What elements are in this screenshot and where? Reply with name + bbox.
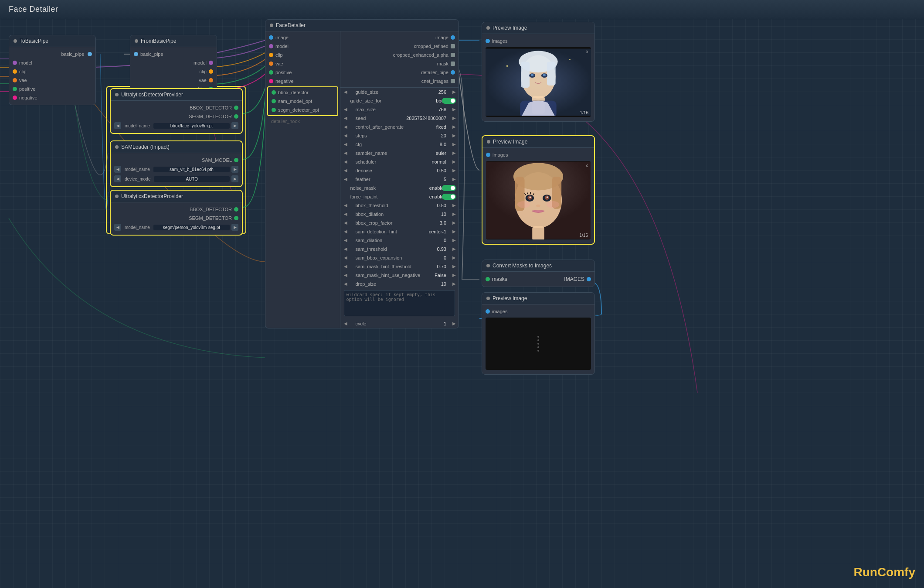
device-mode-next-btn[interactable]: ▶ bbox=[231, 175, 238, 182]
fd-negative-in: negative bbox=[265, 77, 340, 85]
sam-mask-hint-threshold-value: 0.70 bbox=[420, 264, 455, 269]
node-preview-2-body: images bbox=[482, 148, 594, 244]
preview-1-close-btn[interactable]: x bbox=[586, 49, 589, 54]
bbox-threshold-inc[interactable]: ▶ bbox=[452, 203, 456, 208]
sam-model-prev-btn[interactable]: ◀ bbox=[114, 166, 121, 173]
denoise-dec[interactable]: ◀ bbox=[344, 168, 347, 173]
vae-input-label: vae bbox=[17, 78, 27, 83]
fd-clip-connector bbox=[269, 53, 273, 57]
control-after-inc[interactable]: ▶ bbox=[452, 124, 456, 129]
watermark: RunComfy bbox=[853, 565, 915, 579]
device-mode-prev-btn[interactable]: ◀ bbox=[114, 175, 121, 182]
param-drop-size: ◀ drop_size 10 ▶ bbox=[340, 280, 459, 288]
bbox-detector-connector-2 bbox=[234, 207, 238, 212]
node-preview-1-title: Preview Image bbox=[493, 25, 527, 31]
drop-size-dec[interactable]: ◀ bbox=[344, 281, 347, 286]
node-ultralytics-1-body: BBOX_DETECTOR SEGM_DETECTOR ◀ model_name… bbox=[111, 101, 242, 133]
sampler-inc[interactable]: ▶ bbox=[452, 150, 456, 155]
fd-sam-in: sam_model_opt bbox=[268, 97, 337, 106]
sam-dilation-dec[interactable]: ◀ bbox=[344, 238, 347, 243]
sam-detection-inc[interactable]: ▶ bbox=[452, 229, 456, 234]
force-inpaint-toggle[interactable] bbox=[442, 194, 456, 200]
sam-mask-hint-inc[interactable]: ▶ bbox=[452, 264, 456, 269]
bbox-detector-out: BBOX_DETECTOR bbox=[111, 103, 242, 112]
guide-size-label: guide_size bbox=[349, 89, 420, 95]
seed-inc[interactable]: ▶ bbox=[452, 116, 456, 120]
scheduler-inc[interactable]: ▶ bbox=[452, 159, 456, 164]
basic-pipe-input-connector bbox=[134, 52, 138, 56]
denoise-inc[interactable]: ▶ bbox=[452, 168, 456, 173]
guide-size-for-toggle[interactable] bbox=[442, 98, 456, 104]
node-ultralytics-2-header: UltralyticsDetectorProvider bbox=[111, 191, 242, 202]
model-name-next-btn-2[interactable]: ▶ bbox=[231, 224, 238, 231]
clip-input-connector bbox=[13, 69, 17, 74]
guide-size-dec[interactable]: ◀ bbox=[344, 89, 347, 94]
bbox-crop-dec[interactable]: ◀ bbox=[344, 220, 347, 225]
sam-model-out: SAM_MODEL bbox=[111, 156, 242, 164]
sampler-label: sampler_name bbox=[349, 150, 420, 156]
vae-input-connector bbox=[13, 78, 17, 82]
param-sam-bbox-expansion: ◀ sam_bbox_expansion 0 ▶ bbox=[340, 253, 459, 262]
fd-cnet-images-label: cnet_images bbox=[421, 79, 451, 84]
model-name-prev-btn[interactable]: ◀ bbox=[114, 122, 121, 129]
max-size-inc[interactable]: ▶ bbox=[452, 107, 456, 112]
sam-mask-hint-neg-dec[interactable]: ◀ bbox=[344, 273, 347, 277]
images-output-label: IMAGES bbox=[564, 276, 587, 282]
model-name-label-2: model_name bbox=[123, 225, 152, 230]
sam-detection-dec[interactable]: ◀ bbox=[344, 229, 347, 234]
bbox-dilation-inc[interactable]: ▶ bbox=[452, 212, 456, 216]
model-name-next-btn[interactable]: ▶ bbox=[231, 122, 238, 129]
node-sam-loader-body: SAM_MODEL ◀ model_name sam_vit_b_01ec64.… bbox=[111, 153, 242, 186]
model-name-prev-btn-2[interactable]: ◀ bbox=[114, 224, 121, 231]
wildcard-input[interactable] bbox=[344, 290, 455, 316]
guide-size-inc[interactable]: ▶ bbox=[452, 89, 456, 94]
feather-inc[interactable]: ▶ bbox=[452, 177, 456, 181]
face-detailer-content: image model clip vae positive bbox=[265, 31, 459, 328]
drop-size-inc[interactable]: ▶ bbox=[452, 281, 456, 286]
cycle-label: cycle bbox=[349, 321, 420, 326]
sam-dilation-inc[interactable]: ▶ bbox=[452, 238, 456, 243]
sampler-dec[interactable]: ◀ bbox=[344, 150, 347, 155]
cycle-inc[interactable]: ▶ bbox=[452, 321, 456, 326]
steps-dec[interactable]: ◀ bbox=[344, 133, 347, 138]
svg-point-24 bbox=[536, 205, 540, 207]
sam-mask-hint-neg-inc[interactable]: ▶ bbox=[452, 273, 456, 277]
sam-mask-hint-dec[interactable]: ◀ bbox=[344, 264, 347, 269]
preview-3-images-label: images bbox=[490, 309, 507, 314]
sam-threshold-dec[interactable]: ◀ bbox=[344, 246, 347, 251]
fd-cnet-images-connector bbox=[451, 79, 455, 83]
svg-rect-4 bbox=[547, 62, 556, 85]
convert-masks-io-row: masks IMAGES bbox=[482, 274, 594, 284]
max-size-dec[interactable]: ◀ bbox=[344, 107, 347, 112]
node-from-basic-pipe-header: FromBasicPipe bbox=[130, 35, 217, 47]
scheduler-dec[interactable]: ◀ bbox=[344, 159, 347, 164]
param-seed: ◀ seed 282575248800007 ▶ bbox=[340, 114, 459, 123]
feather-dec[interactable]: ◀ bbox=[344, 177, 347, 181]
seed-label: seed bbox=[349, 116, 406, 121]
fd-bbox-in: bbox_detector bbox=[268, 88, 337, 97]
sam-threshold-inc[interactable]: ▶ bbox=[452, 246, 456, 251]
preview-2-close-btn[interactable]: x bbox=[586, 163, 588, 168]
control-after-dec[interactable]: ◀ bbox=[344, 124, 347, 129]
node-status-dot-3 bbox=[115, 93, 119, 96]
node-preview-2-header: Preview Image bbox=[482, 136, 594, 148]
sam-model-next-btn[interactable]: ▶ bbox=[231, 166, 238, 173]
negative-input-row: negative bbox=[9, 93, 95, 102]
noise-mask-toggle[interactable] bbox=[442, 185, 456, 191]
model-input-label: model bbox=[17, 60, 32, 65]
to-basic-output-row: basic_pipe bbox=[9, 50, 95, 58]
steps-inc[interactable]: ▶ bbox=[452, 133, 456, 138]
seed-dec[interactable]: ◀ bbox=[344, 116, 347, 120]
svg-point-22 bbox=[529, 196, 531, 198]
seed-value: 282575248800007 bbox=[406, 116, 455, 121]
cfg-dec[interactable]: ◀ bbox=[344, 142, 347, 147]
sam-bbox-expansion-dec[interactable]: ◀ bbox=[344, 255, 347, 260]
bbox-dilation-dec[interactable]: ◀ bbox=[344, 212, 347, 216]
bbox-threshold-dec[interactable]: ◀ bbox=[344, 203, 347, 208]
node-ultralytics-2-body: BBOX_DETECTOR SEGM_DETECTOR ◀ model_name… bbox=[111, 202, 242, 235]
bbox-crop-inc[interactable]: ▶ bbox=[452, 220, 456, 225]
sam-bbox-expansion-inc[interactable]: ▶ bbox=[452, 255, 456, 260]
cycle-dec[interactable]: ◀ bbox=[344, 321, 347, 326]
svg-point-7 bbox=[531, 74, 533, 76]
cfg-inc[interactable]: ▶ bbox=[452, 142, 456, 147]
